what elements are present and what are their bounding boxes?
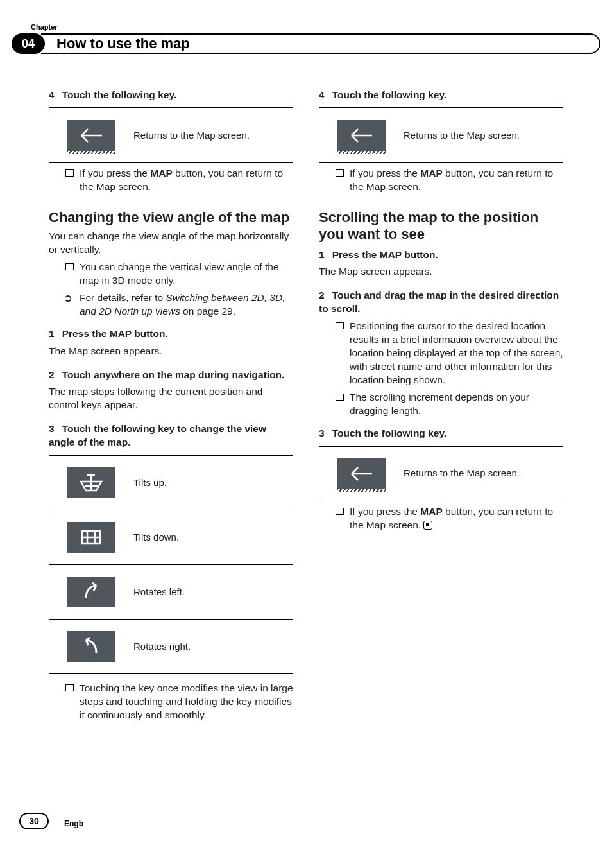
step-number: 1 [319,249,325,260]
step-heading: 3Touch the following key. [319,427,563,440]
step-text: Touch the following key. [332,89,447,100]
step-body: The map stops following the current posi… [49,385,293,412]
step-heading: 2Touch and drag the map in the desired d… [319,289,563,316]
note-item: If you press the MAP button, you can ret… [65,167,293,194]
divider [49,673,293,674]
key-description: Rotates right. [133,640,293,653]
chapter-number-pill: 04 [12,33,45,54]
step-heading: 4Touch the following key. [49,89,293,102]
section-intro: You can change the view angle of the map… [49,230,293,257]
tilt-down-icon[interactable] [67,522,115,553]
section-heading: Changing the view angle of the map [49,209,293,226]
rotate-right-icon[interactable] [67,631,115,662]
divider [319,162,563,163]
step-text: Touch the following key to change the vi… [49,423,266,447]
divider [319,501,563,501]
key-row: Tilts down. [49,510,293,564]
step-number: 4 [49,89,55,100]
left-column: 4Touch the following key. Returns to the… [49,83,293,797]
note-item: Positioning the cursor to the desired lo… [336,320,563,387]
key-description: Tilts down. [133,531,293,544]
key-row: Returns to the Map screen. [319,108,563,162]
note-item: You can change the vertical view angle o… [65,261,293,288]
step-text: Touch and drag the map in the desired di… [319,290,559,314]
step-number: 3 [49,423,55,434]
step-body: The Map screen appears. [319,265,563,279]
note-item: If you press the MAP button, you can ret… [336,505,563,532]
rotate-left-icon[interactable] [67,577,115,607]
back-arrow-icon[interactable] [337,458,386,489]
step-text: Press the MAP button. [62,328,168,339]
step-heading: 4Touch the following key. [319,89,563,102]
note-item: The scrolling increment depends on your … [336,391,563,418]
step-text: Press the MAP button. [332,249,438,260]
chapter-label: Chapter [31,23,58,31]
step-heading: 1Press the MAP button. [319,248,563,262]
step-number: 3 [319,428,325,438]
step-number: 2 [49,369,55,380]
key-row: Rotates left. [49,565,293,619]
reference-item: For details, refer to Switching between … [65,291,293,318]
key-description: Rotates left. [133,586,293,598]
key-description: Returns to the Map screen. [133,129,293,142]
step-text: Touch the following key. [62,89,177,100]
tilt-up-icon[interactable] [67,467,115,498]
step-text: Touch the following key. [332,428,447,438]
step-number: 1 [49,328,55,339]
key-description: Tilts up. [133,476,293,489]
right-column: 4Touch the following key. Returns to the… [319,83,563,797]
back-arrow-icon[interactable] [67,120,115,151]
step-heading: 1Press the MAP button. [49,327,293,341]
key-row: Tilts up. [49,456,293,510]
section-end-icon [423,521,432,530]
key-row: Returns to the Map screen. [319,447,563,501]
key-row: Rotates right. [49,620,293,673]
section-heading: Scrolling the map to the position you wa… [319,209,563,243]
note-item: If you press the MAP button, you can ret… [336,167,563,194]
page-number: 30 [19,813,49,829]
page-title: How to use the map [41,33,600,54]
note-item: Touching the key once modifies the view … [65,682,293,722]
back-arrow-icon[interactable] [337,120,386,151]
step-heading: 3Touch the following key to change the v… [49,422,293,449]
step-body: The Map screen appears. [49,345,293,358]
divider [49,162,293,163]
step-heading: 2Touch anywhere on the map during naviga… [49,369,293,382]
language-code: Engb [64,819,83,828]
key-row: Returns to the Map screen. [49,108,293,162]
key-description: Returns to the Map screen. [404,129,563,142]
step-number: 2 [319,290,325,300]
step-text: Touch anywhere on the map during navigat… [62,369,285,380]
step-number: 4 [319,89,325,100]
key-description: Returns to the Map screen. [404,467,563,480]
